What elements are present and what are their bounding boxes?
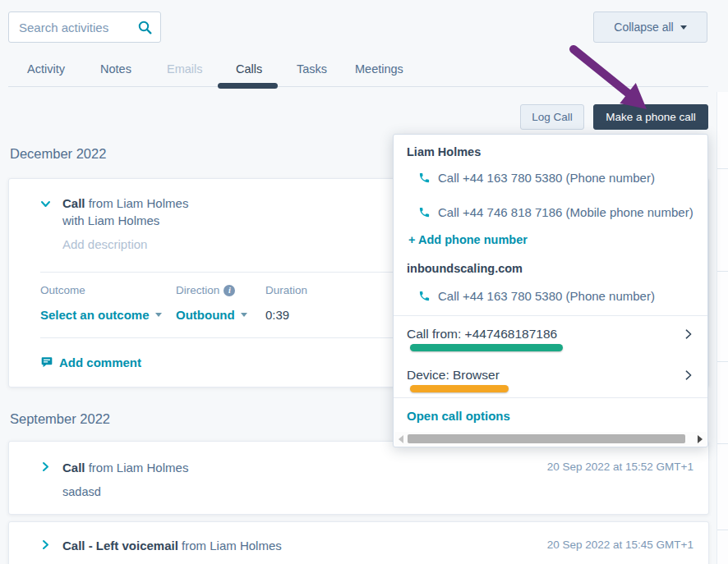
make-phone-call-button[interactable]: Make a phone call bbox=[593, 104, 708, 130]
tab-tasks[interactable]: Tasks bbox=[297, 62, 327, 76]
call-card-title-type: Call bbox=[62, 461, 85, 475]
make-call-popover: Liam Holmes Call +44 163 780 5380 (Phone… bbox=[393, 134, 708, 447]
popover-contact-name: Liam Holmes bbox=[407, 145, 481, 158]
phone-icon bbox=[418, 172, 431, 184]
call-number-option[interactable]: Call +44 163 780 5380 (Phone number) bbox=[418, 171, 655, 185]
tabs-divider bbox=[8, 86, 708, 87]
duration-value: 0:39 bbox=[265, 308, 307, 322]
call-number-option[interactable]: Call +44 746 818 7186 (Mobile phone numb… bbox=[418, 205, 693, 219]
search-icon[interactable] bbox=[138, 21, 152, 34]
scroll-left-arrow-icon[interactable] bbox=[394, 432, 408, 446]
outcome-label: Outcome bbox=[40, 284, 162, 296]
device-label: Device: Browser bbox=[407, 368, 500, 383]
scrollbar-track[interactable] bbox=[408, 432, 693, 446]
popover-divider bbox=[394, 315, 707, 316]
chevron-right-icon bbox=[683, 328, 694, 340]
call-card-title-type: Call - Left voicemail bbox=[62, 539, 178, 553]
open-call-options-button[interactable]: Open call options bbox=[407, 409, 510, 423]
outcome-value: Select an outcome bbox=[40, 308, 150, 322]
section-title-september: September 2022 bbox=[10, 411, 110, 427]
chevron-right-icon bbox=[683, 369, 694, 381]
outcome-field: Outcome Select an outcome bbox=[40, 284, 162, 322]
duration-label: Duration bbox=[265, 284, 307, 296]
chevron-right-icon[interactable] bbox=[40, 539, 51, 550]
call-card-timestamp: 20 Sep 2022 at 15:52 GMT+1 bbox=[547, 461, 693, 473]
orange-underline-annotation bbox=[410, 385, 509, 392]
call-number-label: Call +44 163 780 5380 (Phone number) bbox=[438, 171, 655, 185]
direction-field: Direction i Outbound bbox=[176, 284, 247, 322]
call-number-label: Call +44 746 818 7186 (Mobile phone numb… bbox=[438, 205, 693, 219]
popover-company-name: inboundscaling.com bbox=[407, 262, 523, 275]
call-card-description: sadasd bbox=[62, 485, 101, 498]
add-comment-button[interactable]: Add comment bbox=[40, 355, 141, 369]
log-call-button[interactable]: Log Call bbox=[520, 104, 584, 130]
activity-timeline-screen: Collapse all Activity Notes Emails Calls… bbox=[0, 0, 728, 564]
scroll-right-arrow-icon[interactable] bbox=[693, 432, 707, 446]
call-card-title: Call from Liam Holmes with Liam Holmes bbox=[62, 195, 188, 229]
active-tab-indicator bbox=[218, 83, 278, 89]
call-number-option[interactable]: Call +44 163 780 5380 (Phone number) bbox=[418, 289, 655, 303]
tab-meetings[interactable]: Meetings bbox=[355, 62, 403, 76]
tab-notes[interactable]: Notes bbox=[100, 62, 131, 76]
green-underline-annotation bbox=[410, 344, 563, 351]
direction-value: Outbound bbox=[176, 308, 235, 322]
call-from-label: Call from: +447468187186 bbox=[407, 327, 557, 342]
device-row[interactable]: Device: Browser bbox=[407, 368, 694, 383]
call-card-title: Call from Liam Holmes bbox=[62, 459, 188, 476]
collapse-all-button[interactable]: Collapse all bbox=[593, 11, 707, 43]
call-card-title: Call - Left voicemail from Liam Holmes bbox=[62, 537, 282, 554]
search-input[interactable] bbox=[19, 21, 138, 34]
call-card-title-rest: from Liam Holmes bbox=[89, 196, 189, 210]
call-from-row[interactable]: Call from: +447468187186 bbox=[407, 327, 694, 342]
chevron-right-icon[interactable] bbox=[40, 461, 51, 472]
phone-icon bbox=[418, 206, 431, 218]
caret-down-icon bbox=[155, 313, 162, 317]
add-phone-number-button[interactable]: + Add phone number bbox=[408, 233, 528, 246]
call-card-subtitle: with Liam Holmes bbox=[62, 213, 159, 227]
call-card-september-2: Call - Left voicemail from Liam Holmes 2… bbox=[8, 521, 709, 564]
caret-down-icon bbox=[241, 313, 247, 317]
popover-divider bbox=[394, 397, 707, 398]
chevron-down-icon[interactable] bbox=[40, 199, 51, 209]
comment-icon bbox=[40, 356, 53, 369]
call-card-title-type: Call bbox=[62, 196, 85, 210]
duration-field: Duration 0:39 bbox=[265, 284, 307, 322]
info-icon[interactable]: i bbox=[223, 285, 235, 296]
call-card-title-rest: from Liam Holmes bbox=[182, 539, 282, 553]
direction-select[interactable]: Outbound bbox=[176, 308, 247, 322]
section-title-december: December 2022 bbox=[10, 146, 106, 162]
tab-activity[interactable]: Activity bbox=[27, 62, 65, 76]
outcome-select[interactable]: Select an outcome bbox=[40, 308, 162, 322]
call-card-timestamp: 20 Sep 2022 at 15:45 GMT+1 bbox=[547, 539, 693, 551]
scrollbar-thumb[interactable] bbox=[408, 434, 685, 443]
call-card-title-rest: from Liam Holmes bbox=[89, 461, 189, 475]
search-box[interactable] bbox=[8, 11, 161, 43]
call-card-september-1: Call from Liam Holmes sadasd 20 Sep 2022… bbox=[8, 441, 709, 515]
collapse-all-label: Collapse all bbox=[614, 21, 673, 34]
caret-down-icon bbox=[680, 25, 687, 30]
horizontal-scrollbar[interactable] bbox=[394, 432, 707, 446]
right-panel-edge bbox=[716, 92, 728, 564]
make-phone-call-label: Make a phone call bbox=[606, 111, 696, 123]
direction-label: Direction bbox=[176, 284, 219, 296]
add-description-field[interactable]: Add description bbox=[62, 237, 147, 251]
add-comment-label: Add comment bbox=[59, 355, 141, 369]
call-number-label: Call +44 163 780 5380 (Phone number) bbox=[438, 289, 655, 303]
phone-icon bbox=[418, 290, 431, 302]
tab-calls[interactable]: Calls bbox=[236, 62, 262, 76]
tab-emails[interactable]: Emails bbox=[167, 62, 203, 76]
log-call-label: Log Call bbox=[532, 111, 573, 123]
